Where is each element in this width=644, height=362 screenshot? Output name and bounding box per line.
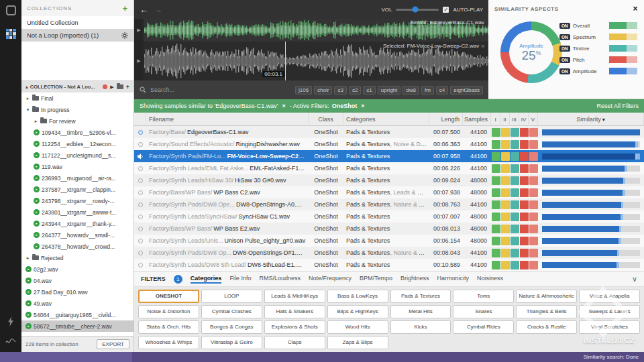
search-tag[interactable]: c3 bbox=[334, 86, 346, 95]
forward-button[interactable]: → bbox=[154, 5, 162, 15]
column-header-aspect-2[interactable]: II bbox=[500, 113, 510, 126]
category-cell[interactable]: Hats & Shakers bbox=[264, 305, 325, 318]
column-header-filename[interactable]: Filename bbox=[146, 113, 309, 126]
column-header-samples[interactable]: Samples bbox=[463, 113, 491, 126]
collapse-icon[interactable]: ▴ bbox=[25, 84, 28, 90]
table-row[interactable]: Factory/Synth Leads/SyncHSaw/SyncHSaw C1… bbox=[134, 210, 644, 223]
tree-file[interactable]: ▸237587__xtrgamr__clappin... bbox=[21, 184, 133, 195]
chevron-down-icon[interactable]: ▾ bbox=[25, 107, 30, 113]
search-tag[interactable]: choir bbox=[314, 86, 332, 95]
table-row[interactable]: Factory/Synth Pads/DW8 Op...DW8-OpenStri… bbox=[134, 247, 644, 259]
category-cell[interactable]: Stabs & Orch. Hits bbox=[138, 320, 199, 334]
tree-file[interactable]: ▸54084__guitarguy1985__civild... bbox=[21, 309, 133, 320]
category-cell[interactable]: Snares bbox=[453, 305, 514, 318]
collection-item[interactable]: Untitled Collection bbox=[21, 16, 133, 29]
reset-all-filters-button[interactable]: Reset All Filters bbox=[596, 103, 639, 109]
tree-file[interactable]: ▸243801__xtrgamr__awww-t... bbox=[21, 206, 133, 218]
tree-folder[interactable]: ▸For review bbox=[21, 115, 133, 127]
filter-tab-harmonicity[interactable]: Harmonicity bbox=[437, 275, 470, 284]
close-icon[interactable]: × bbox=[633, 5, 638, 13]
table-row[interactable]: Factory/Bass/WP Bass/WP Bass E2.wavOneSh… bbox=[134, 223, 644, 235]
tree-file[interactable]: ▸236993__mugwood__air-ra... bbox=[21, 172, 133, 184]
plus-icon[interactable]: + bbox=[126, 84, 129, 90]
playhead[interactable] bbox=[285, 42, 286, 80]
column-header-similarity[interactable]: Similarity▾ bbox=[538, 113, 644, 126]
export-button[interactable]: EXPORT bbox=[97, 339, 129, 349]
chevron-right-icon[interactable]: ▸ bbox=[34, 119, 38, 124]
category-cell[interactable]: Triangles & Bells bbox=[516, 305, 577, 318]
category-cell[interactable]: Pads & Textures bbox=[390, 290, 451, 303]
category-cell[interactable]: Cymbal Rides bbox=[453, 320, 514, 334]
column-header-aspect-1[interactable]: I bbox=[491, 113, 500, 126]
collection-item[interactable]: Not a Loop (Imported) (1) bbox=[21, 29, 133, 42]
chevron-right-icon[interactable]: ▸ bbox=[25, 255, 30, 261]
collapse-filters-icon[interactable]: ∨ bbox=[632, 275, 637, 284]
category-cell[interactable]: Voice & Acapella bbox=[579, 290, 640, 303]
play-selected-button[interactable]: ▶ bbox=[134, 42, 144, 80]
filter-tab-rms-loudness[interactable]: RMS/Loudness bbox=[259, 275, 301, 284]
tree-file[interactable]: ▸264378__howardv__crowd... bbox=[21, 241, 133, 252]
tree-file[interactable]: ▸112254__edbles__12secon... bbox=[21, 138, 133, 149]
table-row[interactable]: Factory/Synth Leads/EML Fat Aske...EML-F… bbox=[134, 162, 644, 174]
add-folder-icon[interactable] bbox=[117, 84, 123, 89]
tree-file[interactable]: ▸58672__timtube__cheer-2.wav bbox=[21, 320, 133, 332]
search-tag[interactable]: c4 bbox=[436, 86, 448, 95]
gear-icon[interactable] bbox=[121, 32, 128, 39]
category-cell[interactable]: Vinyl Scratches bbox=[579, 320, 640, 334]
category-cell[interactable]: Bongos & Congas bbox=[201, 320, 262, 334]
chevron-right-icon[interactable]: ▸ bbox=[25, 96, 30, 101]
filter-tab-file-info[interactable]: File Info bbox=[229, 275, 251, 284]
column-header-categories[interactable]: Categories bbox=[343, 113, 429, 126]
filter-tab-noisiness[interactable]: Noisiness bbox=[477, 275, 503, 284]
table-row[interactable]: Factory/Synth Pads/DW8 Ope...DW8-OpenStr… bbox=[134, 198, 644, 210]
category-cell[interactable]: Cymbal Crashes bbox=[201, 305, 262, 318]
category-cell[interactable]: Kicks bbox=[390, 320, 451, 334]
column-header-length[interactable]: Length bbox=[429, 113, 463, 126]
tree-folder[interactable]: ▸Final bbox=[21, 93, 133, 104]
table-row[interactable]: Factory/Sound Effects/Acoustic/RingingDi… bbox=[134, 138, 644, 150]
tree-file[interactable]: ▸119.wav bbox=[21, 161, 133, 172]
search-tag[interactable]: upright bbox=[378, 86, 400, 95]
tree-file[interactable]: ▸117122__unclesigmund__s... bbox=[21, 149, 133, 161]
tree-file[interactable]: ▸243798__xtrgamr__rowdy-... bbox=[21, 195, 133, 206]
table-row[interactable]: Factory/Bass/EdgeoverBass-C1.wavOneShotP… bbox=[134, 126, 644, 138]
filter-tab-brightness[interactable]: Brightness bbox=[400, 275, 429, 284]
search-tag[interactable]: fm bbox=[421, 86, 434, 95]
tree-file[interactable]: ▸04.wav bbox=[21, 275, 133, 286]
back-button[interactable]: ← bbox=[140, 5, 148, 15]
search-tag[interactable]: j106 bbox=[295, 86, 312, 95]
category-cell[interactable]: Leads & MidHiKeys bbox=[264, 290, 325, 303]
category-cell[interactable]: ONESHOT bbox=[138, 290, 199, 303]
filter-tab-categories[interactable]: Categories bbox=[191, 275, 222, 284]
tree-file[interactable]: ▸264377__howardv__small-... bbox=[21, 229, 133, 241]
category-cell[interactable]: Toms bbox=[453, 290, 514, 303]
category-cell[interactable]: LOOP bbox=[201, 290, 262, 303]
table-row[interactable]: Factory/Synth Pads/FM-Lo...FM-Voice-Low-… bbox=[134, 150, 644, 162]
category-cell[interactable]: Noise & Distortion bbox=[138, 305, 199, 318]
signature-icon[interactable] bbox=[5, 337, 16, 345]
category-cell[interactable]: Claps bbox=[264, 336, 325, 349]
search-tag[interactable]: eight3bass bbox=[450, 86, 483, 95]
column-header-class[interactable]: Class bbox=[309, 113, 343, 126]
add-collection-button[interactable]: + bbox=[122, 4, 128, 13]
category-cell[interactable]: Metal Hits bbox=[390, 305, 451, 318]
category-cell[interactable]: Sweeps & Lasers bbox=[579, 305, 640, 318]
remove-similarity-icon[interactable]: × bbox=[281, 103, 287, 109]
tree-file[interactable]: ▸109434__timbre__52906-vl... bbox=[21, 127, 133, 138]
browser-view-icon[interactable] bbox=[6, 29, 16, 39]
volume-knob[interactable] bbox=[413, 7, 419, 13]
search-tag[interactable]: c1 bbox=[363, 86, 375, 95]
filter-tab-note-frequency[interactable]: Note/Frequency bbox=[309, 275, 352, 284]
search-input[interactable] bbox=[150, 86, 251, 93]
tree-file[interactable]: ▸49.wav bbox=[21, 298, 133, 309]
table-row[interactable]: Factory/Synth Leads/DW8 5th Lead/DW8-5th… bbox=[134, 259, 644, 271]
category-cell[interactable]: Bass & LowKeys bbox=[327, 290, 388, 303]
lightning-icon[interactable] bbox=[7, 316, 15, 326]
remove-filter-icon[interactable]: × bbox=[360, 103, 366, 109]
filter-tab-bpm-tempo[interactable]: BPM/Tempo bbox=[360, 275, 392, 284]
category-cell[interactable]: Blips & HighKeys bbox=[327, 305, 388, 318]
tree-file[interactable]: ▸243944__xtrgamr__thank-y... bbox=[21, 218, 133, 229]
play-icon[interactable]: ▶ bbox=[110, 84, 113, 90]
search-tag[interactable]: dw8 bbox=[402, 86, 419, 95]
category-cell[interactable]: Wood Hits bbox=[327, 320, 388, 334]
